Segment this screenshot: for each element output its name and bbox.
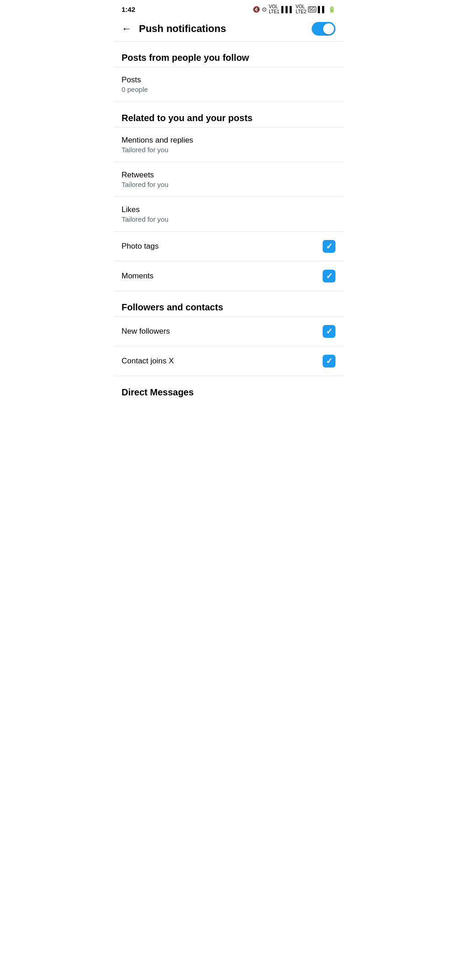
checkbox-photo-tags[interactable]: ✓	[323, 240, 335, 253]
checkmark-icon: ✓	[326, 272, 333, 280]
section-header-posts: Posts from people you follow	[114, 42, 343, 67]
item-title-new-followers: New followers	[122, 327, 323, 336]
list-item-content: Likes Tailored for you	[122, 205, 335, 223]
list-item-contact-joins-x[interactable]: Contact joins X ✓	[114, 346, 343, 376]
item-subtitle-likes: Tailored for you	[122, 215, 335, 223]
checkmark-icon: ✓	[326, 357, 333, 365]
checkmark-icon: ✓	[326, 242, 333, 250]
section-posts-from-people: Posts from people you follow Posts 0 peo…	[114, 42, 343, 102]
bars1-icon: ▌▌▌	[281, 6, 294, 13]
mute-icon: 🔇	[253, 6, 260, 13]
list-item-likes[interactable]: Likes Tailored for you	[114, 197, 343, 231]
item-title-contact-joins-x: Contact joins X	[122, 357, 323, 366]
item-subtitle-retweets: Tailored for you	[122, 181, 335, 188]
list-item-content: Mentions and replies Tailored for you	[122, 136, 335, 154]
list-item-content: Contact joins X	[122, 357, 323, 366]
list-item-content: Moments	[122, 272, 323, 281]
checkmark-icon: ✓	[326, 327, 333, 336]
wifi-icon: ⊙	[262, 6, 267, 13]
item-title-photo-tags: Photo tags	[122, 242, 323, 251]
checkbox-new-followers[interactable]: ✓	[323, 325, 335, 338]
status-time: 1:42	[122, 5, 135, 13]
push-notifications-toggle[interactable]	[312, 22, 335, 36]
checkbox-moments[interactable]: ✓	[323, 270, 335, 282]
item-title-retweets: Retweets	[122, 170, 335, 180]
list-item-content: Posts 0 people	[122, 75, 335, 93]
section-related-to-you: Related to you and your posts Mentions a…	[114, 102, 343, 291]
back-button[interactable]: ←	[122, 23, 132, 35]
battery-icon: 🔋	[328, 6, 335, 13]
list-item-content: New followers	[122, 327, 323, 336]
list-item-retweets[interactable]: Retweets Tailored for you	[114, 162, 343, 197]
header-left: ← Push notifications	[122, 23, 226, 35]
item-title-moments: Moments	[122, 272, 323, 281]
section-header-followers: Followers and contacts	[114, 291, 343, 316]
section-header-related: Related to you and your posts	[114, 102, 343, 127]
item-title-mentions: Mentions and replies	[122, 136, 335, 145]
status-icons: 🔇 ⊙ VOLLTE1 ▌▌▌ VOLLTE2 5G ▌▌ 🔋	[253, 4, 335, 14]
list-item-mentions[interactable]: Mentions and replies Tailored for you	[114, 128, 343, 162]
item-subtitle-mentions: Tailored for you	[122, 146, 335, 154]
item-title-likes: Likes	[122, 205, 335, 214]
page-title: Push notifications	[139, 23, 226, 35]
toggle-track	[312, 22, 335, 36]
5g-icon: 5G	[308, 6, 316, 12]
item-subtitle-posts: 0 people	[122, 85, 335, 93]
signal-lte2-icon: VOLLTE2	[296, 4, 306, 14]
checkbox-contact-joins-x[interactable]: ✓	[323, 355, 335, 368]
item-title-posts: Posts	[122, 75, 335, 85]
list-item-posts[interactable]: Posts 0 people	[114, 67, 343, 101]
list-item-new-followers[interactable]: New followers ✓	[114, 317, 343, 346]
bars2-icon: ▌▌	[318, 6, 326, 13]
status-bar: 1:42 🔇 ⊙ VOLLTE1 ▌▌▌ VOLLTE2 5G ▌▌ 🔋	[114, 0, 343, 16]
list-item-photo-tags[interactable]: Photo tags ✓	[114, 232, 343, 261]
content-area: Posts from people you follow Posts 0 peo…	[114, 42, 343, 401]
list-item-content: Retweets Tailored for you	[122, 170, 335, 188]
section-followers-contacts: Followers and contacts New followers ✓ C…	[114, 291, 343, 376]
list-item-moments[interactable]: Moments ✓	[114, 261, 343, 291]
toggle-thumb	[323, 23, 334, 34]
page-header: ← Push notifications	[114, 16, 343, 42]
signal-lte1-icon: VOLLTE1	[269, 4, 279, 14]
section-direct-messages: Direct Messages	[114, 376, 343, 401]
list-item-content: Photo tags	[122, 242, 323, 251]
section-header-dm: Direct Messages	[114, 376, 343, 401]
